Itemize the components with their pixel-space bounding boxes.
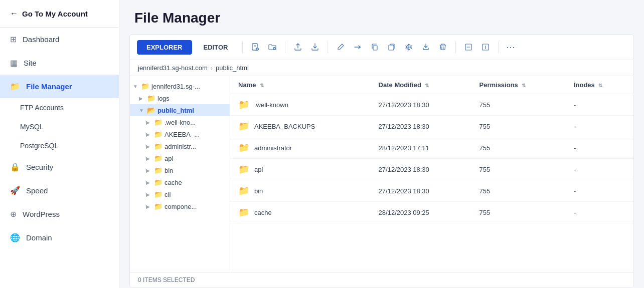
tree-item-bin[interactable]: ▶ 📁 bin xyxy=(130,164,230,176)
folder-icon: 📁 xyxy=(154,130,163,138)
col-date-modified[interactable]: Date Modified ⇅ xyxy=(371,76,471,94)
sort-icon: ⇅ xyxy=(522,83,526,88)
sidebar-item-speed[interactable]: 🚀 Speed xyxy=(0,179,119,202)
breadcrumb-current: public_html xyxy=(216,64,249,72)
file-name-cell: 📁 AKEEBA_BACKUPS xyxy=(230,116,371,137)
svg-rect-10 xyxy=(389,45,394,50)
file-name: administrator xyxy=(254,144,292,152)
folder-icon: 📁 xyxy=(154,142,163,150)
chevron-right-icon: ▶ xyxy=(146,192,152,197)
col-permissions[interactable]: Permissions ⇅ xyxy=(471,76,566,94)
tree-label: .well-kno... xyxy=(165,119,196,126)
tree-item-administrator[interactable]: ▶ 📁 administr... xyxy=(130,140,230,152)
upload-button[interactable] xyxy=(290,40,305,55)
tab-explorer[interactable]: EXPLORER xyxy=(137,40,192,55)
sidebar-item-label: MySQL xyxy=(20,123,44,131)
page-title: File Manager xyxy=(134,10,629,26)
folder-icon: 📁 xyxy=(154,190,163,198)
sidebar-item-mysql[interactable]: MySQL xyxy=(0,117,119,136)
tree-label: administr... xyxy=(165,143,196,150)
sidebar-item-label: WordPress xyxy=(23,210,60,218)
tree-item-akeeba[interactable]: ▶ 📁 AKEEBA_... xyxy=(130,128,230,140)
back-arrow-icon: ← xyxy=(10,9,18,18)
table-row[interactable]: 📁 .well-known 27/12/2023 18:30 755 - xyxy=(230,94,633,116)
sidebar-item-site[interactable]: ▦ Site xyxy=(0,51,119,75)
file-name: api xyxy=(254,166,263,173)
file-name-cell: 📁 bin xyxy=(230,180,371,202)
domain-icon: 🌐 xyxy=(10,233,20,242)
sidebar-item-label: File Manager xyxy=(26,82,72,91)
sidebar-item-label: Domain xyxy=(26,233,52,242)
download-button[interactable] xyxy=(307,40,323,55)
drag-button[interactable] xyxy=(401,40,416,55)
info-button[interactable] xyxy=(478,40,493,55)
tree-item-api[interactable]: ▶ 📁 api xyxy=(130,152,230,164)
file-date: 27/12/2023 18:30 xyxy=(371,116,471,137)
sidebar-item-ftp-accounts[interactable]: FTP Accounts xyxy=(0,98,119,117)
file-inodes: - xyxy=(566,180,633,202)
paste-button[interactable] xyxy=(384,40,399,55)
rename-button[interactable] xyxy=(333,40,348,55)
folder-icon: 📁 xyxy=(238,99,249,110)
toolbar-divider-3 xyxy=(328,41,328,53)
tree-item-cache[interactable]: ▶ 📁 cache xyxy=(130,176,230,188)
files-panel: Name ⇅ Date Modified ⇅ Permissions ⇅ xyxy=(230,76,633,272)
new-file-button[interactable] xyxy=(248,40,263,55)
tree-item-public-html[interactable]: ▼ 📂 public_html xyxy=(130,104,230,116)
sidebar-item-security[interactable]: 🔒 Security xyxy=(0,155,119,179)
tab-editor[interactable]: EDITOR xyxy=(194,40,238,55)
file-name-cell: 📁 api xyxy=(230,159,371,180)
tree-label: cache xyxy=(165,179,182,186)
tree-label: compone... xyxy=(165,203,197,210)
tree-item-cli[interactable]: ▶ 📁 cli xyxy=(130,188,230,200)
more-options-button[interactable]: ⋯ xyxy=(504,40,519,55)
wordpress-icon: ⊕ xyxy=(10,209,17,219)
site-icon: ▦ xyxy=(10,58,18,68)
move-button[interactable] xyxy=(350,40,365,55)
file-date: 27/12/2023 18:30 xyxy=(371,94,471,116)
file-permissions: 755 xyxy=(471,180,566,202)
tree-item-well-known[interactable]: ▶ 📁 .well-kno... xyxy=(130,116,230,128)
tree-item-components[interactable]: ▶ 📁 compone... xyxy=(130,200,230,212)
folder-icon: 📁 xyxy=(141,82,149,90)
speed-icon: 🚀 xyxy=(10,186,20,195)
folder-icon: 📁 xyxy=(154,178,163,186)
col-name[interactable]: Name ⇅ xyxy=(230,76,371,94)
tree-item-logs[interactable]: ▶ 📁 logs xyxy=(130,92,230,104)
tree-item-root[interactable]: ▼ 📁 jenniferd31.sg-... xyxy=(130,80,230,92)
file-permissions: 755 xyxy=(471,94,566,116)
table-row[interactable]: 📁 AKEEBA_BACKUPS 27/12/2023 18:30 755 - xyxy=(230,116,633,137)
extract-button[interactable] xyxy=(418,40,433,55)
sidebar-item-file-manager[interactable]: 📁 File Manager xyxy=(0,75,119,98)
folder-icon: 📁 xyxy=(238,185,249,196)
table-row[interactable]: 📁 administrator 28/12/2023 17:11 755 - xyxy=(230,137,633,159)
table-row[interactable]: 📁 bin 27/12/2023 18:30 755 - xyxy=(230,180,633,202)
col-inodes[interactable]: Inodes ⇅ xyxy=(566,76,633,94)
copy-button[interactable] xyxy=(367,40,382,55)
sidebar-item-wordpress[interactable]: ⊕ WordPress xyxy=(0,202,119,226)
more-icon: ⋯ xyxy=(506,42,516,53)
file-date: 27/12/2023 18:30 xyxy=(371,159,471,180)
table-row[interactable]: 📁 cache 28/12/2023 09:25 755 - xyxy=(230,202,633,223)
sidebar-item-label: FTP Accounts xyxy=(20,104,64,112)
new-folder-button[interactable] xyxy=(265,40,280,55)
sort-icon: ⇅ xyxy=(425,83,429,88)
main-content: File Manager EXPLORER EDITOR xyxy=(119,0,644,288)
sidebar-item-domain[interactable]: 🌐 Domain xyxy=(0,226,119,249)
sidebar-item-postgresql[interactable]: PostgreSQL xyxy=(0,136,119,155)
file-date: 28/12/2023 09:25 xyxy=(371,202,471,223)
breadcrumb-root[interactable]: jenniferd31.sg-host.com xyxy=(138,64,208,72)
tree-label: api xyxy=(165,155,173,162)
table-row[interactable]: 📁 api 27/12/2023 18:30 755 - xyxy=(230,159,633,180)
folder-icon: 📁 xyxy=(238,207,249,218)
toolbar: EXPLORER EDITOR xyxy=(130,35,633,60)
toolbar-divider-2 xyxy=(285,41,285,53)
chevron-down-icon: ▼ xyxy=(133,84,139,89)
breadcrumb-separator: › xyxy=(211,64,213,72)
go-to-my-account-button[interactable]: ← Go To My Account xyxy=(0,0,119,28)
delete-button[interactable] xyxy=(435,40,450,55)
file-inodes: - xyxy=(566,159,633,180)
sidebar-item-dashboard[interactable]: ⊞ Dashboard xyxy=(0,28,119,51)
compress-button[interactable] xyxy=(461,40,476,55)
file-inodes: - xyxy=(566,137,633,159)
